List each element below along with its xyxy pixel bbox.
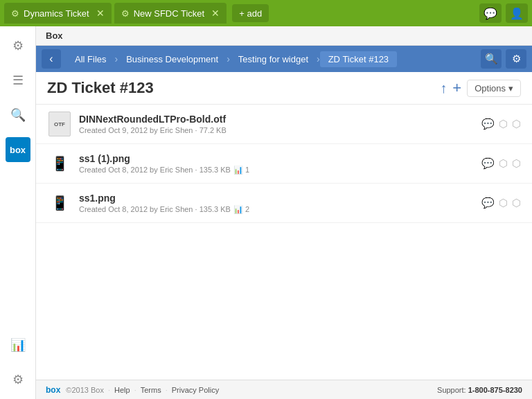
footer-sep-2: ·	[134, 386, 136, 394]
share-icon-png2[interactable]: ⬡	[499, 197, 508, 209]
file-meta-text-png2: Created Oct 8, 2012 by Eric Shen · 135.3…	[79, 205, 231, 213]
user-icon: 👤	[510, 7, 524, 20]
bar-chart-icon: 📊	[10, 337, 26, 353]
back-button[interactable]: ‹	[42, 49, 61, 69]
options-label: Options	[475, 83, 506, 94]
content-area: Box ‹ All Files › Business Development ›…	[36, 26, 532, 399]
file-actions-otf: 💬 ⬡ ⬡	[481, 118, 521, 130]
tab-icon-1: ⚙	[11, 8, 19, 19]
folder-header: ZD Ticket #123 ↑ + Options ▾	[36, 72, 532, 105]
add-tab-button[interactable]: + add	[232, 4, 269, 22]
nav-settings-icon: ⚙	[512, 53, 521, 65]
file-item-png2[interactable]: 📱 ss1.png Created Oct 8, 2012 by Eric Sh…	[36, 184, 532, 223]
file-meta-otf: Created Oct 9, 2012 by Eric Shen · 77.2 …	[79, 126, 481, 134]
footer-support-number: 1-800-875-8230	[468, 386, 522, 394]
nav-settings-button[interactable]: ⚙	[506, 49, 526, 69]
gear-icon: ⚙	[12, 372, 24, 387]
comment-icon-png1[interactable]: 💬	[481, 157, 495, 170]
sidebar-analytics[interactable]: 📊	[6, 332, 30, 357]
file-info-otf: DINNextRoundedLTPro-Bold.otf Created Oct…	[79, 114, 481, 134]
file-actions-png1: 💬 ⬡ ⬡	[481, 157, 521, 170]
share-icon-png1[interactable]: ⬡	[499, 157, 508, 170]
nav-right-actions: 🔍 ⚙	[481, 49, 526, 69]
file-icon-png1: 📱	[47, 151, 72, 176]
menu-icon: ☰	[12, 73, 24, 88]
options-button[interactable]: Options ▾	[467, 80, 521, 97]
file-meta-text-otf: Created Oct 9, 2012 by Eric Shen · 77.2 …	[79, 126, 227, 134]
footer-support-label: Support:	[437, 386, 466, 394]
footer-privacy[interactable]: Privacy Policy	[172, 386, 219, 394]
tab-close-1[interactable]: ✕	[96, 8, 105, 19]
file-info-png1: ss1 (1).png Created Oct 8, 2012 by Eric …	[79, 153, 481, 175]
breadcrumb-zd-ticket[interactable]: ZD Ticket #123	[320, 51, 397, 67]
footer-sep-1: ·	[108, 386, 110, 394]
chat-icon: 💬	[484, 7, 497, 20]
breadcrumb-all-files[interactable]: All Files	[66, 51, 115, 67]
tab-new-sfdc[interactable]: ⚙ New SFDC Ticket ✕	[114, 3, 227, 24]
footer-help[interactable]: Help	[114, 386, 130, 394]
breadcrumb-business-dev[interactable]: Business Development	[118, 51, 227, 67]
sidebar-menu[interactable]: ☰	[6, 68, 30, 93]
comment-icon-png2[interactable]: 💬	[481, 197, 495, 209]
tab-label-1: Dynamics Ticket	[24, 8, 89, 19]
file-name-otf: DINNextRoundedLTPro-Bold.otf	[79, 114, 481, 125]
folder-actions: ↑ + Options ▾	[440, 79, 521, 97]
breadcrumb-label-2: Testing for widget	[238, 54, 308, 64]
file-meta-text-png1: Created Oct 8, 2012 by Eric Shen · 135.3…	[79, 166, 231, 174]
phone-icon-2: 📱	[51, 195, 69, 211]
breadcrumb-label-1: Business Development	[126, 54, 218, 64]
add-file-button[interactable]: +	[452, 79, 461, 97]
footer-sep-3: ·	[166, 386, 168, 394]
more-icon-png2[interactable]: ⬡	[512, 197, 521, 209]
options-chevron-icon: ▾	[508, 83, 513, 94]
tab-icon-2: ⚙	[121, 8, 130, 19]
breadcrumb-label-0: All Files	[75, 54, 107, 64]
folder-title: ZD Ticket #123	[47, 79, 440, 97]
version-badge-1: 📊 1	[233, 166, 249, 175]
footer-terms[interactable]: Terms	[141, 386, 161, 394]
file-meta-png1: Created Oct 8, 2012 by Eric Shen · 135.3…	[79, 166, 481, 175]
tab-dynamics-ticket[interactable]: ⚙ Dynamics Ticket ✕	[4, 3, 112, 24]
footer: box ©2013 Box · Help · Terms · Privacy P…	[36, 380, 532, 399]
file-name-png1: ss1 (1).png	[79, 153, 481, 164]
main-layout: ⚙ ☰ 🔍 box 📊 ⚙ Box ‹	[0, 26, 532, 399]
box-logo-text: box	[10, 145, 26, 155]
upload-button[interactable]: ↑	[440, 80, 447, 96]
file-list: OTF DINNextRoundedLTPro-Bold.otf Created…	[36, 105, 532, 380]
search-icon: 🔍	[10, 107, 26, 123]
footer-support: Support: 1-800-875-8230	[437, 386, 522, 394]
file-item-otf[interactable]: OTF DINNextRoundedLTPro-Bold.otf Created…	[36, 105, 532, 144]
sidebar: ⚙ ☰ 🔍 box 📊 ⚙	[0, 26, 36, 399]
user-button[interactable]: 👤	[506, 3, 528, 23]
comment-icon-otf[interactable]: 💬	[481, 118, 495, 130]
add-tab-label: + add	[239, 8, 262, 19]
settings-icon: ⚙	[12, 38, 24, 53]
nav-search-icon: 🔍	[485, 53, 498, 65]
box-logo[interactable]: box	[6, 137, 30, 162]
file-info-png2: ss1.png Created Oct 8, 2012 by Eric Shen…	[79, 193, 481, 214]
sidebar-search[interactable]: 🔍	[6, 103, 30, 127]
breadcrumb-sep-3: ›	[317, 53, 320, 64]
file-meta-png2: Created Oct 8, 2012 by Eric Shen · 135.3…	[79, 205, 481, 214]
back-icon: ‹	[49, 53, 53, 65]
breadcrumb-testing[interactable]: Testing for widget	[230, 51, 317, 67]
sidebar-settings-top[interactable]: ⚙	[6, 33, 30, 58]
sidebar-bottom: 📊 ⚙	[6, 332, 30, 392]
footer-copyright: ©2013 Box	[66, 386, 104, 394]
file-actions-png2: 💬 ⬡ ⬡	[481, 197, 521, 209]
more-icon-png1[interactable]: ⬡	[512, 157, 521, 170]
more-icon-otf[interactable]: ⬡	[512, 118, 521, 130]
file-icon-otf: OTF	[47, 112, 72, 136]
tab-label-2: New SFDC Ticket	[134, 8, 205, 19]
otf-thumbnail: OTF	[48, 112, 71, 136]
sidebar-settings-bottom[interactable]: ⚙	[6, 367, 30, 392]
share-icon-otf[interactable]: ⬡	[499, 118, 508, 130]
file-item-png1[interactable]: 📱 ss1 (1).png Created Oct 8, 2012 by Eri…	[36, 144, 532, 184]
tab-close-2[interactable]: ✕	[211, 8, 220, 19]
file-icon-png2: 📱	[47, 190, 72, 215]
breadcrumb-nav: ‹ All Files › Business Development › Tes…	[36, 46, 532, 72]
box-header-label: Box	[46, 30, 63, 41]
breadcrumb-label-3: ZD Ticket #123	[328, 54, 389, 64]
chat-button[interactable]: 💬	[479, 3, 502, 23]
nav-search-button[interactable]: 🔍	[481, 49, 502, 69]
